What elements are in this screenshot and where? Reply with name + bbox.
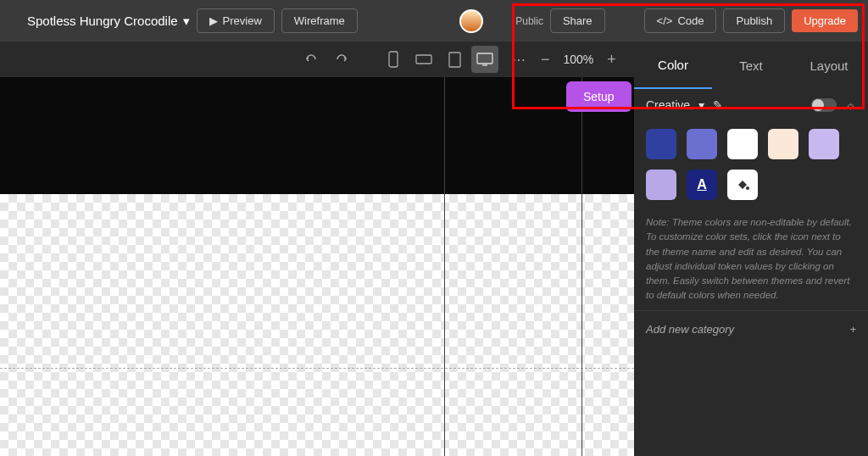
svg-rect-1 — [416, 55, 431, 64]
vertical-guide-2 — [581, 77, 582, 456]
swatch-3[interactable] — [768, 129, 798, 159]
avatar[interactable] — [459, 9, 483, 33]
guide-line — [0, 368, 634, 369]
svg-rect-2 — [449, 53, 460, 67]
project-name-dropdown[interactable]: Spotless Hungry Crocodile ▾ — [27, 14, 190, 29]
wireframe-label: Wireframe — [294, 14, 345, 27]
zoom-out-button[interactable]: − — [541, 51, 550, 69]
tab-layout[interactable]: Layout — [790, 43, 868, 88]
play-icon: ▶ — [209, 14, 218, 27]
swatch-5[interactable] — [646, 170, 676, 200]
panel-tabs: Color Text Layout — [634, 42, 868, 90]
publish-button[interactable]: Publish — [723, 8, 785, 33]
theme-note: Note: Theme colors are non-editable by d… — [634, 209, 868, 310]
canvas-dark-region — [0, 77, 634, 194]
caret-down-icon: ▾ — [183, 14, 190, 29]
add-category-label: Add new category — [646, 323, 734, 336]
zoom-level: 100% — [564, 53, 594, 66]
vertical-guide-1 — [444, 77, 445, 456]
svg-rect-3 — [477, 53, 492, 64]
sun-icon: ☼ — [845, 98, 856, 112]
code-button[interactable]: </> Code — [644, 8, 717, 33]
text-color-swatch[interactable]: A — [687, 170, 717, 200]
device-tablet-landscape[interactable] — [410, 46, 437, 73]
wireframe-button[interactable]: Wireframe — [281, 8, 358, 33]
tab-color[interactable]: Color — [634, 42, 712, 89]
swatch-4[interactable] — [809, 129, 839, 159]
more-icon[interactable]: ⋯ — [512, 52, 526, 68]
fill-swatch[interactable] — [727, 170, 758, 200]
color-swatches: A — [634, 120, 868, 209]
add-category-button[interactable]: Add new category + — [634, 310, 868, 348]
theme-name: Creative — [646, 98, 690, 112]
code-label: Code — [677, 14, 704, 27]
preview-button[interactable]: ▶ Preview — [197, 8, 275, 33]
redo-icon[interactable] — [334, 52, 349, 67]
right-panel: Color Text Layout Creative ▾ ✎ ☼ A Note:… — [634, 42, 868, 456]
share-button[interactable]: Share — [550, 8, 605, 33]
swatch-1[interactable] — [687, 129, 717, 159]
svg-point-5 — [746, 186, 749, 190]
swatch-0[interactable] — [646, 129, 676, 159]
tab-text[interactable]: Text — [712, 43, 790, 88]
top-bar: Spotless Hungry Crocodile ▾ ▶ Preview Wi… — [0, 0, 868, 42]
plus-icon: + — [849, 323, 856, 336]
zoom-in-button[interactable]: + — [607, 51, 616, 69]
theme-selector[interactable]: Creative ▾ ✎ ☼ — [634, 90, 868, 120]
edit-icon[interactable]: ✎ — [713, 98, 723, 112]
device-tablet[interactable] — [441, 46, 468, 73]
svg-rect-0 — [389, 52, 398, 67]
device-desktop[interactable] — [471, 46, 498, 73]
public-label: Public — [515, 15, 543, 27]
dark-mode-toggle[interactable] — [811, 98, 837, 112]
preview-label: Preview — [223, 14, 262, 27]
canvas-area[interactable] — [0, 77, 634, 456]
zoom-control: − 100% + — [541, 51, 616, 69]
swatch-2[interactable] — [727, 129, 758, 159]
device-mobile[interactable] — [380, 46, 407, 73]
caret-down-icon: ▾ — [698, 98, 704, 112]
setup-button[interactable]: Setup — [566, 81, 632, 112]
project-name-label: Spotless Hungry Crocodile — [27, 14, 178, 28]
code-icon: </> — [657, 14, 673, 27]
canvas-transparent-region — [0, 194, 634, 456]
undo-icon[interactable] — [303, 52, 319, 67]
upgrade-button[interactable]: Upgrade — [792, 9, 858, 32]
